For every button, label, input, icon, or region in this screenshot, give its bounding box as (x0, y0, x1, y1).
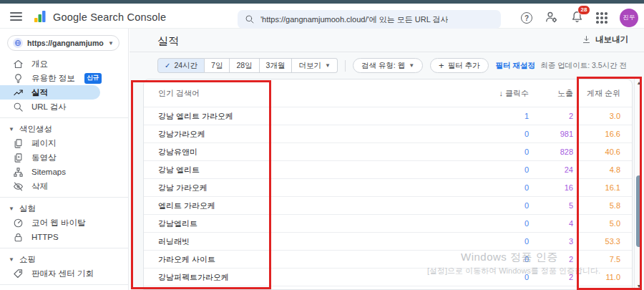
query-cell: 강남 엘리트 가라오케 (158, 111, 443, 122)
table-header-row: 인기 검색어 ↓클릭수 노출 게재 순위 (144, 79, 632, 107)
clicks-cell[interactable]: 1 (443, 112, 529, 120)
clicks-cell[interactable]: 0 (443, 237, 529, 246)
url-inspection-search-input[interactable]: 'https://gangnamjumooh.cloud/'에 있는 모든 UR… (238, 10, 501, 29)
apps-grid-icon[interactable] (596, 12, 608, 24)
gauge-icon (12, 218, 24, 228)
sidebar-item-pages[interactable]: 페이지 (0, 136, 128, 150)
sidebar-item-removals[interactable]: 삭제 (0, 179, 128, 193)
table-body: 강남 엘리트 가라오케 1 2 3.0 강남가라오케 0 981 16.6 강남… (144, 107, 632, 286)
pages-icon (12, 138, 24, 149)
table-row[interactable]: 엘리트 가라오케 0 5 5.8 (144, 197, 632, 215)
download-icon (582, 35, 591, 44)
plus-icon: + (439, 60, 444, 71)
column-header-impressions[interactable]: 노출 (529, 88, 573, 99)
sitemap-icon (12, 167, 24, 178)
sidebar-item-label: 유용한 정보 (31, 73, 75, 84)
table-row[interactable]: 강남 엘리트 가라오케 1 2 3.0 (144, 107, 632, 125)
clicks-cell[interactable]: 0 (443, 130, 529, 138)
home-icon (12, 59, 24, 69)
filter-bar: ✓ 24시간 7일 28일 3개월 더보기 ▼ 검색 유형: 웹 ▼ + 필터 … (130, 52, 644, 79)
sidebar-item-label: Sitemaps (31, 168, 66, 176)
menu-icon[interactable] (10, 12, 22, 23)
column-header-query[interactable]: 인기 검색어 (158, 88, 443, 99)
page-title: 실적 (157, 34, 179, 48)
account-settings-icon[interactable] (545, 10, 558, 26)
query-cell: 강남 가라오케 (158, 183, 443, 193)
date-range-24h-button[interactable]: ✓ 24시간 (157, 58, 205, 73)
sidebar-item-videos[interactable]: 동영상 (0, 150, 128, 165)
trending-up-icon (12, 87, 24, 98)
divider (0, 284, 128, 285)
table-row[interactable]: 강남가라오케 0 981 16.6 (144, 125, 632, 143)
sidebar-item-insights[interactable]: 유용한 정보 신규 (0, 71, 128, 85)
scrollbar-thumb[interactable] (636, 175, 642, 247)
table-row[interactable]: 강남유앤미 0 828 40.6 (144, 143, 632, 161)
reset-filters-link[interactable]: 필터 재설정 (496, 61, 535, 71)
property-url: https://gangnamjumoo... (27, 39, 104, 47)
sidebar-item-performance[interactable]: 실적 (0, 85, 100, 100)
date-range-3m-button[interactable]: 3개월 (260, 58, 293, 73)
table-row[interactable]: 강남 엘리트 0 24 4.8 (144, 161, 632, 179)
product-name: Google Search Console (53, 11, 166, 23)
column-header-position[interactable]: 게재 순위 (573, 88, 620, 99)
column-header-clicks[interactable]: ↓클릭수 (443, 88, 529, 99)
sidebar-item-label: 동영상 (31, 153, 57, 163)
impressions-cell[interactable]: 5 (529, 201, 573, 210)
date-range-segmented-control: ✓ 24시간 7일 28일 3개월 더보기 ▼ (157, 58, 338, 73)
property-selector[interactable]: https://gangnamjumoo... ▼ (7, 35, 119, 51)
position-cell: 5.8 (573, 201, 620, 210)
date-range-28d-button[interactable]: 28일 (230, 58, 259, 73)
clicks-cell[interactable]: 0 (443, 201, 529, 210)
sidebar-section-experience[interactable]: ▼ 실험 (0, 201, 128, 216)
add-filter-chip[interactable]: + 필터 추가 (430, 58, 489, 73)
clicks-cell[interactable]: 0 (443, 148, 529, 156)
sidebar-section-indexing[interactable]: ▼ 색인생성 (0, 122, 128, 136)
table-row[interactable]: 강남엘리트 0 4 5.0 (144, 215, 632, 233)
clicks-cell[interactable]: 0 (443, 165, 529, 174)
check-icon: ✓ (165, 62, 170, 69)
app-header: Google Search Console 'https://gangnamju… (0, 4, 644, 29)
impressions-cell[interactable]: 3 (529, 237, 573, 246)
windows-activation-watermark-line1: Windows 정품 인증 (461, 251, 558, 264)
sidebar-item-merchant-center[interactable]: 판매자 센터 기회 (0, 266, 128, 281)
impressions-cell[interactable]: 4 (529, 219, 573, 228)
table-row[interactable]: 러닝래빗 0 3 53.3 (144, 233, 632, 251)
impressions-cell[interactable]: 981 (529, 130, 573, 138)
search-type-chip[interactable]: 검색 유형: 웹 ▼ (353, 58, 423, 73)
divider (0, 117, 128, 118)
notification-badge: 28 (577, 5, 590, 15)
windows-activation-watermark-line2: [설정]으로 이동하여 Windows를 정품 인증합니다. (427, 266, 600, 276)
sidebar-section-shopping[interactable]: ▼ 쇼핑 (0, 252, 128, 266)
impressions-cell[interactable]: 24 (529, 165, 573, 174)
notifications-icon[interactable]: 28 (570, 10, 584, 26)
main-content: 실적 내보내기 ✓ 24시간 7일 28일 3개월 더보기 ▼ 검색 유형: 웹… (130, 29, 644, 290)
sidebar-item-sitemaps[interactable]: Sitemaps (0, 165, 128, 179)
divider (345, 60, 346, 72)
vertical-scrollbar[interactable]: ▲ ▼ (634, 79, 643, 290)
sidebar: https://gangnamjumoo... ▼ 개요 유용한 정보 신규 실… (0, 29, 129, 290)
position-cell: 5.0 (573, 219, 620, 228)
position-cell: 53.3 (573, 237, 620, 246)
query-cell: 가라오케 사이트 (158, 254, 443, 265)
sidebar-item-core-web-vitals[interactable]: 코어 웹 바이탈 (0, 216, 128, 230)
date-range-more-button[interactable]: 더보기 ▼ (292, 58, 337, 73)
clicks-cell[interactable]: 0 (443, 183, 529, 192)
sidebar-item-overview[interactable]: 개요 (0, 57, 128, 71)
sidebar-item-https[interactable]: HTTPS (0, 230, 128, 244)
scroll-up-icon[interactable]: ▲ (635, 80, 643, 85)
export-button[interactable]: 내보내기 (582, 34, 628, 45)
section-label: 쇼핑 (19, 254, 36, 265)
impressions-cell[interactable]: 2 (529, 112, 573, 120)
scroll-down-icon[interactable]: ▼ (635, 284, 643, 289)
clicks-cell[interactable]: 0 (443, 219, 529, 228)
help-icon[interactable]: ? (521, 12, 532, 24)
impressions-cell[interactable]: 16 (529, 183, 573, 192)
date-range-7d-button[interactable]: 7일 (205, 58, 230, 73)
table-row[interactable]: 강남 가라오케 0 16 16.1 (144, 179, 632, 197)
user-avatar[interactable]: 진우 (620, 9, 638, 27)
sidebar-item-label: 페이지 (31, 138, 57, 149)
divider (0, 197, 128, 198)
sidebar-item-url-inspection[interactable]: URL 검사 (0, 100, 128, 114)
impressions-cell[interactable]: 828 (529, 148, 573, 156)
export-label: 내보내기 (595, 34, 628, 45)
